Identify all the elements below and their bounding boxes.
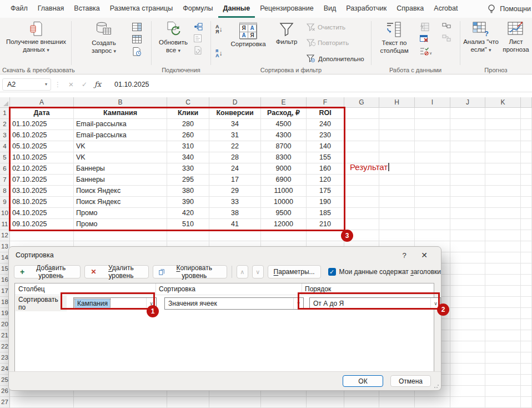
cell-C6[interactable]: 330 [167,163,209,175]
cell-F6[interactable]: 160 [307,163,344,175]
assistant-entry[interactable]: Помощни [487,0,532,18]
cell-A12[interactable] [10,230,74,241]
cell-F1[interactable]: ROI [307,108,344,119]
cell-K22[interactable] [485,341,521,352]
cell-H3[interactable] [379,130,415,141]
cell-K16[interactable] [485,275,521,286]
row-header-5[interactable]: 5 [0,152,10,163]
column-header-J[interactable]: J [450,97,485,108]
cell-E4[interactable]: 8700 [261,141,307,152]
cell-J2[interactable] [450,119,485,130]
cell-A27[interactable] [10,397,74,408]
cell-E3[interactable]: 4300 [261,130,307,141]
cell-A7[interactable]: 07.10.2025 [10,175,74,186]
cell-C4[interactable]: 310 [167,141,209,152]
cell-B11[interactable]: Промо [74,219,167,230]
cell-L10[interactable] [521,208,532,219]
cell-I10[interactable] [415,208,450,219]
cell-L15[interactable] [521,263,532,275]
cell-J24[interactable] [450,364,485,375]
cell-G2[interactable] [344,119,379,130]
what-if-button[interactable]: ? Анализ "что если" ▾ [463,21,499,54]
cell-H5[interactable] [379,152,415,163]
select-all-corner[interactable] [0,97,10,108]
consolidate-icon[interactable] [442,23,451,31]
cell-D8[interactable]: 29 [209,186,261,197]
cell-L9[interactable] [521,197,532,208]
ribbon-tab-Главная[interactable]: Главная [33,0,69,18]
copy-level-button[interactable]: Копировать уровень [153,265,227,278]
cell-C5[interactable]: 340 [167,152,209,163]
cell-G11[interactable] [344,219,379,230]
cell-A2[interactable]: 01.10.2025 [10,119,74,130]
cell-H8[interactable] [379,186,415,197]
cell-H1[interactable] [379,108,415,119]
cell-E1[interactable]: Расход, ₽ [261,108,307,119]
cell-B12[interactable] [74,230,167,241]
cell-A1[interactable]: Дата [10,108,74,119]
formula-input[interactable]: 01.10.2025 [114,81,149,88]
cell-I8[interactable] [415,186,450,197]
row-header-12[interactable]: 12 [0,230,10,241]
cell-C1[interactable]: Клики [167,108,209,119]
dialog-close-button[interactable]: ✕ [414,251,434,260]
cell-D2[interactable]: 34 [209,119,261,130]
cell-L13[interactable] [521,241,532,252]
cell-H27[interactable] [379,397,415,408]
new-query-button[interactable]: Создать запрос ▾ [82,21,126,55]
row-header-3[interactable]: 3 [0,130,10,141]
cell-J4[interactable] [450,141,485,152]
cell-J3[interactable] [450,130,485,141]
row-header-27[interactable]: 27 [0,397,10,408]
cell-G4[interactable] [344,141,379,152]
cell-E11[interactable]: 12000 [261,219,307,230]
column-header-F[interactable]: F [307,97,344,108]
cell-J14[interactable] [450,252,485,263]
cell-K12[interactable] [485,230,521,241]
cell-L11[interactable] [521,219,532,230]
cell-L23[interactable] [521,352,532,364]
cell-K10[interactable] [485,208,521,219]
cell-L2[interactable] [521,119,532,130]
cell-J13[interactable] [450,241,485,252]
cell-G3[interactable] [344,130,379,141]
cell-D3[interactable]: 31 [209,130,261,141]
cell-B7[interactable]: Баннеры [74,175,167,186]
forecast-sheet-button[interactable]: Лист прогноза [502,21,530,54]
cell-A9[interactable]: 08.10.2025 [10,197,74,208]
cell-K2[interactable] [485,119,521,130]
edit-links-icon[interactable] [194,46,202,54]
cell-E9[interactable]: 10000 [261,197,307,208]
cell-J27[interactable] [450,397,485,408]
cell-E6[interactable]: 9000 [261,163,307,175]
cell-K3[interactable] [485,130,521,141]
cell-D4[interactable]: 22 [209,141,261,152]
row-header-8[interactable]: 8 [0,186,10,197]
cell-J9[interactable] [450,197,485,208]
cell-J18[interactable] [450,297,485,308]
cell-K17[interactable] [485,286,521,297]
sort-on-combobox[interactable]: Значения ячеек ∨ [164,297,304,310]
cell-L21[interactable] [521,330,532,341]
cell-L26[interactable] [521,386,532,397]
cell-J16[interactable] [450,275,485,286]
cell-B4[interactable]: VK [74,141,167,152]
cell-L12[interactable] [521,230,532,241]
confirm-entry-icon[interactable]: ✓ [78,81,91,88]
name-box-dropdown-icon[interactable]: ▾ [45,82,51,87]
cell-A8[interactable]: 03.10.2025 [10,186,74,197]
cell-B8[interactable]: Поиск Яндекс [74,186,167,197]
row-header-6[interactable]: 6 [0,163,10,175]
cell-I7[interactable] [415,175,450,186]
column-header-H[interactable]: H [379,97,415,108]
cell-L24[interactable] [521,364,532,375]
ribbon-tab-Справка[interactable]: Справка [392,0,429,18]
cell-B9[interactable]: Поиск Яндекс [74,197,167,208]
cell-L8[interactable] [521,186,532,197]
cell-C8[interactable]: 380 [167,186,209,197]
cell-J25[interactable] [450,375,485,386]
connections-icon[interactable] [194,23,203,31]
cell-D10[interactable]: 38 [209,208,261,219]
cell-G5[interactable] [344,152,379,163]
ribbon-tab-Данные[interactable]: Данные [218,0,255,18]
